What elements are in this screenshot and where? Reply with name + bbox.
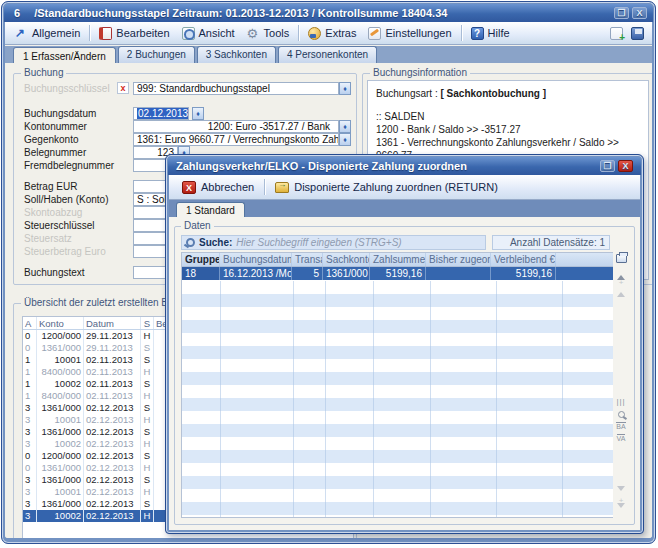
dialog-body: X Abbrechen Disponierte Zahlung zuordnen…	[169, 175, 640, 530]
window-title: /Standardbuchungsstapel Zeitraum: 01.201…	[34, 7, 447, 19]
dialog-restore-button[interactable]: ❐	[600, 160, 615, 172]
toolbar-separator	[264, 179, 265, 195]
skontoabzug-label: Skontoabzug	[24, 207, 82, 218]
daten-group-label: Daten	[181, 220, 214, 231]
buchungsschluessel-combo[interactable]: 999: Standardbuchungsstapel	[133, 82, 339, 95]
col-sachkonto[interactable]: Sachkonto	[323, 253, 370, 266]
tab-erfassen-aendern[interactable]: 1 Erfassen/Ändern	[13, 47, 116, 64]
allgemein-arrow-icon: ↗	[15, 27, 28, 40]
scroll-bottom-icon[interactable]	[613, 506, 629, 518]
salden-line-1: 1200 - Bank / Saldo >> -3517.27	[376, 123, 640, 136]
tab-standard[interactable]: 1 Standard	[176, 202, 245, 217]
move-up-icon[interactable]: +	[613, 276, 629, 288]
menu-extras[interactable]: Extras	[302, 25, 362, 42]
col-s[interactable]: S	[141, 317, 154, 329]
menu-bearbeiten[interactable]: Bearbeiten	[93, 25, 175, 42]
columns-icon[interactable]: |||	[613, 396, 629, 408]
tab-sachkonten[interactable]: 3 Sachkonten	[197, 46, 276, 63]
col-a[interactable]: A	[23, 317, 37, 329]
abbrechen-button[interactable]: X Abbrechen	[175, 179, 261, 196]
steuerschluessel-label: Steuerschlüssel	[24, 220, 95, 231]
dialog-close-button[interactable]: X	[618, 160, 633, 172]
einstellungen-pencil-icon	[368, 27, 381, 40]
dialog-toolbar: X Abbrechen Disponierte Zahlung zuordnen…	[169, 175, 640, 200]
buchungsschluessel-label: Buchungsschlüssel	[24, 83, 110, 94]
buchungsdatum-label: Buchungsdatum	[24, 108, 96, 119]
buchungsart-prefix: Buchungsart :	[376, 88, 440, 99]
dropdown-icon[interactable]: ♦	[339, 133, 351, 146]
dialog-header-row: Gruppe Buchungsdatum Transaktion Sachkon…	[182, 253, 614, 267]
search-placeholder: Hier Suchbegriff eingeben (STRG+S)	[236, 237, 401, 248]
zuordnen-button[interactable]: Disponierte Zahlung zuordnen (RETURN)	[268, 179, 505, 195]
gegenkonto-label: Gegenkonto	[24, 134, 79, 145]
menu-einstellungen-label: Einstellungen	[385, 27, 451, 39]
menu-allgemein[interactable]: ↗ Allgemein	[9, 25, 86, 42]
dialog-title-bar[interactable]: Zahlungsverkehr/ELKO - Disponierte Zahlu…	[168, 157, 641, 175]
steuersatz-label: Steuersatz	[24, 233, 72, 244]
menu-bearbeiten-label: Bearbeiten	[116, 27, 169, 39]
buchung-group-label: Buchung	[21, 67, 66, 78]
menu-ansicht[interactable]: Ansicht	[176, 25, 241, 42]
col-konto[interactable]: Konto	[37, 317, 84, 329]
col-transaktion[interactable]: Transaktion	[292, 253, 323, 266]
fremdbelegnummer-label: Fremdbelegnummer	[24, 160, 114, 171]
tab-buchungen[interactable]: 2 Buchungen	[118, 46, 195, 63]
col-bisher-zugeordnet[interactable]: Bisher zugeordnet	[426, 253, 491, 266]
menu-einstellungen[interactable]: Einstellungen	[362, 25, 457, 42]
assign-folder-icon	[275, 182, 289, 193]
dialog-title: Zahlungsverkehr/ELKO - Disponierte Zahlu…	[176, 160, 467, 172]
grid-search-icon[interactable]	[613, 408, 629, 420]
buchungsinformation-group-label: Buchungsinformation	[370, 67, 470, 78]
main-window: 6 /Standardbuchungsstapel Zeitraum: 01.2…	[1, 1, 656, 544]
hilfe-question-icon: ?	[471, 27, 484, 40]
title-bar[interactable]: 6 /Standardbuchungsstapel Zeitraum: 01.2…	[4, 4, 653, 22]
menu-hilfe[interactable]: ? Hilfe	[465, 25, 516, 42]
belegnummer-label: Belegnummer	[24, 147, 86, 158]
cancel-icon: X	[182, 181, 196, 194]
abbrechen-label: Abbrechen	[201, 181, 254, 193]
bearbeiten-notebook-icon	[99, 27, 112, 40]
empty-rows-area	[182, 281, 614, 517]
zahlungsverkehr-dialog: Zahlungsverkehr/ELKO - Disponierte Zahlu…	[165, 154, 644, 534]
buchungsdatum-field[interactable]: 02.12.2013	[133, 107, 189, 120]
zuordnen-label: Disponierte Zahlung zuordnen (RETURN)	[294, 181, 498, 193]
menu-tools-label: Tools	[264, 27, 290, 39]
grid-va-icon[interactable]: VA	[613, 432, 629, 444]
col-zahlsumme[interactable]: Zahlsumme €	[370, 253, 426, 266]
col-gruppe[interactable]: Gruppe	[182, 253, 220, 266]
salden-header: :: SALDEN	[376, 110, 640, 123]
menu-separator	[89, 25, 90, 41]
buchungstext-label: Buchungstext	[24, 267, 85, 278]
dropdown-icon[interactable]: ♦	[192, 107, 204, 120]
dialog-row-selected[interactable]: 18 16.12.2013 /Mo 5 1361/000 5199,16 519…	[182, 267, 614, 280]
grid-ba-icon[interactable]: BA	[613, 420, 629, 432]
menu-allgemein-label: Allgemein	[32, 27, 80, 39]
menu-hilfe-label: Hilfe	[488, 27, 510, 39]
window-close-button[interactable]: X	[632, 7, 647, 19]
scroll-down-icon[interactable]	[613, 482, 629, 494]
window-restore-button[interactable]: ❐	[614, 7, 629, 19]
menu-extras-label: Extras	[325, 27, 356, 39]
menu-tools[interactable]: ⚙ Tools	[241, 25, 296, 42]
col-buchungsdatum[interactable]: Buchungsdatum	[220, 253, 292, 266]
dropdown-icon[interactable]: ♦	[339, 82, 351, 95]
gegenkonto-combo[interactable]: 1361: Euro 9660.77 / Verrechnungskonto Z…	[133, 133, 339, 146]
extras-icon	[308, 27, 321, 40]
scroll-up-icon[interactable]	[613, 288, 629, 300]
scroll-top-icon[interactable]	[613, 264, 629, 276]
column-chooser-icon[interactable]	[613, 252, 629, 264]
kontonummer-combo[interactable]: 1200: Euro -3517.27 / Bank	[133, 120, 339, 133]
search-label: Suche:	[199, 237, 232, 248]
col-extra	[556, 253, 614, 266]
tools-gear-icon: ⚙	[247, 27, 260, 40]
search-bar[interactable]: Suche: Hier Suchbegriff eingeben (STRG+S…	[181, 235, 486, 250]
new-document-icon[interactable]	[610, 27, 623, 40]
screen: 6 /Standardbuchungsstapel Zeitraum: 01.2…	[0, 0, 658, 548]
sollhaben-label: Soll/Haben (Konto)	[24, 194, 109, 205]
dialog-tab-strip: 1 Standard	[169, 201, 640, 217]
col-verbleibend[interactable]: Verbleibend €	[491, 253, 556, 266]
dropdown-icon[interactable]: ♦	[339, 120, 351, 133]
tab-personenkonten[interactable]: 4 Personenkonten	[278, 46, 377, 63]
col-datum[interactable]: Datum	[84, 317, 141, 329]
save-icon[interactable]	[631, 27, 644, 40]
